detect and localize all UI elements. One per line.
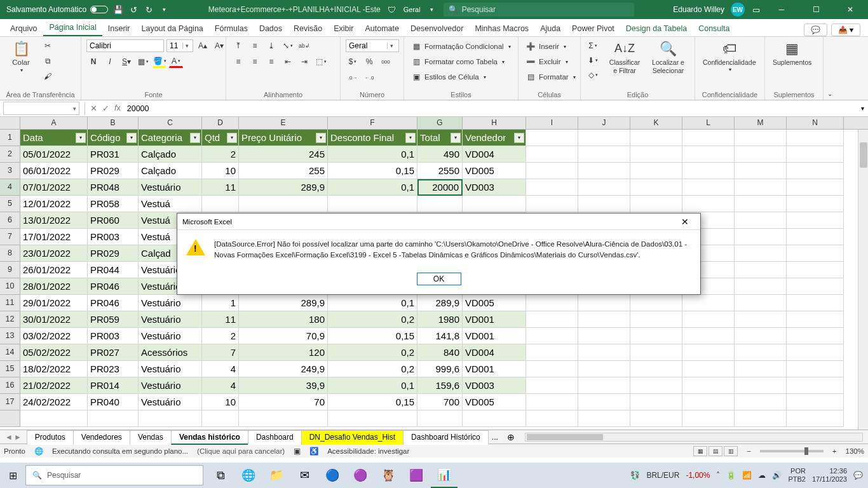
cell[interactable]: 0,15 xyxy=(328,163,417,179)
cell[interactable] xyxy=(735,311,787,328)
cell[interactable]: 289,9 xyxy=(239,295,328,311)
row-header[interactable]: 4 xyxy=(0,179,20,196)
cell[interactable] xyxy=(787,361,844,377)
cell[interactable]: PR031 xyxy=(88,146,139,163)
column-header[interactable]: D xyxy=(202,117,239,129)
cell[interactable]: 70 xyxy=(239,394,328,410)
cell[interactable]: 30/01/2022 xyxy=(20,311,88,328)
chevron-down-icon[interactable]: ▾ xyxy=(427,4,437,15)
table-header-cell[interactable] xyxy=(526,130,578,146)
toggle-switch-icon[interactable] xyxy=(90,6,108,13)
increase-decimal-icon[interactable]: .0→ xyxy=(346,71,360,84)
wrap-text-icon[interactable]: ab↲ xyxy=(297,39,311,52)
cell[interactable] xyxy=(735,295,787,311)
cell[interactable] xyxy=(735,212,787,229)
cell[interactable]: 289,9 xyxy=(417,295,463,311)
table-header-cell[interactable] xyxy=(787,130,844,146)
cell[interactable]: Vestuário xyxy=(139,295,202,311)
cell[interactable] xyxy=(682,163,735,179)
cell[interactable] xyxy=(578,328,630,344)
table-header-cell[interactable] xyxy=(735,130,787,146)
filter-dropdown-icon[interactable]: ▾ xyxy=(126,133,137,143)
zoom-out-icon[interactable]: − xyxy=(747,447,751,455)
row-header[interactable]: 7 xyxy=(0,229,20,245)
cell[interactable]: 840 xyxy=(417,344,463,361)
cell[interactable] xyxy=(682,377,735,394)
row-header[interactable]: 16 xyxy=(0,377,20,394)
bold-icon[interactable]: N xyxy=(86,55,100,68)
conditional-formatting-button[interactable]: ▦Formatação Condicional▾ xyxy=(409,39,513,53)
cell[interactable] xyxy=(463,410,526,427)
cell[interactable]: 255 xyxy=(239,163,328,179)
fill-icon[interactable]: ⬇ xyxy=(586,54,600,67)
row-header[interactable]: 2 xyxy=(0,146,20,163)
cell[interactable] xyxy=(787,328,844,344)
cell[interactable]: 07/01/2022 xyxy=(20,179,88,196)
filter-dropdown-icon[interactable]: ▾ xyxy=(316,133,326,143)
cell[interactable] xyxy=(578,146,630,163)
cell[interactable] xyxy=(526,328,578,344)
cell[interactable]: 03/02/2022 xyxy=(20,328,88,344)
cell[interactable]: 0,15 xyxy=(328,394,417,410)
sheet-tab[interactable]: DN_Desafio Vendas_Hist xyxy=(301,430,403,445)
cell[interactable]: 13/01/2022 xyxy=(20,212,88,229)
table-header-cell[interactable]: Desconto Final▾ xyxy=(328,130,417,146)
currency-change[interactable]: -1,00% xyxy=(686,471,710,480)
cell[interactable]: 4 xyxy=(202,377,239,394)
cell[interactable] xyxy=(787,377,844,394)
tab-review[interactable]: Revisão xyxy=(288,21,328,36)
user-name[interactable]: Eduardo Willey xyxy=(673,5,724,14)
cell[interactable]: PR029 xyxy=(88,163,139,179)
table-header-cell[interactable]: Código▾ xyxy=(88,130,139,146)
row-header[interactable]: 12 xyxy=(0,311,20,328)
cell[interactable]: 10 xyxy=(202,163,239,179)
enter-formula-icon[interactable]: ✓ xyxy=(102,104,109,113)
cell[interactable] xyxy=(735,163,787,179)
cell[interactable]: Acessórios xyxy=(139,344,202,361)
cell[interactable]: 05/01/2022 xyxy=(20,146,88,163)
start-button[interactable]: ⊞ xyxy=(0,463,25,488)
cell[interactable]: 23/01/2022 xyxy=(20,245,88,262)
wifi-icon[interactable]: 📶 xyxy=(742,471,752,480)
cell[interactable] xyxy=(630,328,682,344)
column-header[interactable]: A xyxy=(20,117,88,129)
row-header[interactable]: 6 xyxy=(0,212,20,229)
cell[interactable]: PR040 xyxy=(88,394,139,410)
cell[interactable]: 1980 xyxy=(417,311,463,328)
scrollbar-thumb[interactable] xyxy=(860,142,867,168)
grow-font-icon[interactable]: A▴ xyxy=(196,39,210,52)
cell[interactable]: Vestuá xyxy=(139,196,202,212)
column-header[interactable]: B xyxy=(88,117,139,129)
row-header[interactable]: 3 xyxy=(0,163,20,179)
insert-cells-button[interactable]: ➕Inserir▾ xyxy=(524,39,578,53)
cell[interactable] xyxy=(630,394,682,410)
chevron-down-icon[interactable]: ▾ xyxy=(73,105,76,112)
cell[interactable]: Calçado xyxy=(139,163,202,179)
macro-record-icon[interactable]: ▣ xyxy=(294,447,301,456)
cell[interactable]: 7 xyxy=(202,344,239,361)
cell[interactable] xyxy=(526,146,578,163)
tab-page-layout[interactable]: Layout da Página xyxy=(135,21,208,36)
cut-icon[interactable]: ✂ xyxy=(41,39,55,52)
cell[interactable]: Vestuário xyxy=(139,311,202,328)
cell[interactable]: 21/02/2022 xyxy=(20,377,88,394)
italic-icon[interactable]: I xyxy=(103,55,117,68)
cell[interactable] xyxy=(787,262,844,278)
filter-dropdown-icon[interactable]: ▾ xyxy=(405,133,416,143)
table-header-cell[interactable]: Preço Unitário▾ xyxy=(239,130,328,146)
cell[interactable]: VD003 xyxy=(463,377,526,394)
cell[interactable] xyxy=(526,394,578,410)
cell[interactable] xyxy=(630,377,682,394)
cell[interactable] xyxy=(239,410,328,427)
column-header[interactable]: I xyxy=(526,117,578,129)
tab-data[interactable]: Dados xyxy=(254,21,288,36)
duolingo-icon[interactable]: 🦉 xyxy=(375,463,402,488)
decrease-indent-icon[interactable]: ⇤ xyxy=(281,55,295,68)
zoom-slider[interactable] xyxy=(760,450,824,452)
cell[interactable] xyxy=(630,361,682,377)
cell[interactable] xyxy=(735,361,787,377)
number-format-combo[interactable]: ▾ xyxy=(346,39,399,52)
cell[interactable] xyxy=(526,295,578,311)
cell[interactable]: 490 xyxy=(417,146,463,163)
shrink-font-icon[interactable]: A▾ xyxy=(212,39,226,52)
